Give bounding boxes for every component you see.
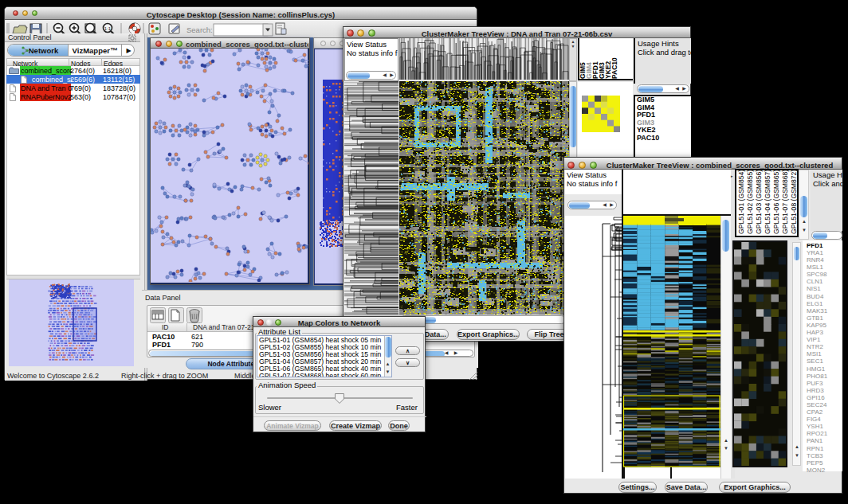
svg-text:GPL51-08 (GSM872): GPL51-08 (GSM872) xyxy=(790,170,798,234)
svg-text:GPL51-06 (GSM865): GPL51-06 (GSM865) xyxy=(772,170,780,234)
svg-text:GPL51-04 (GSM857): GPL51-04 (GSM857) xyxy=(764,170,771,234)
svg-text:GPL51-01 (GSM854): GPL51-01 (GSM854) xyxy=(737,170,745,234)
svg-text:GPL51-07 (GSM868): GPL51-07 (GSM868) xyxy=(781,170,789,234)
svg-text:Search:: Search: xyxy=(186,25,213,34)
svg-text:GPL51-02 (GSM855): GPL51-02 (GSM855) xyxy=(746,170,754,234)
svg-text:PAC10: PAC10 xyxy=(610,57,618,79)
svg-text:GPL51-03 (GSM856): GPL51-03 (GSM856) xyxy=(755,170,763,234)
svg-text:1:1: 1:1 xyxy=(104,26,112,31)
